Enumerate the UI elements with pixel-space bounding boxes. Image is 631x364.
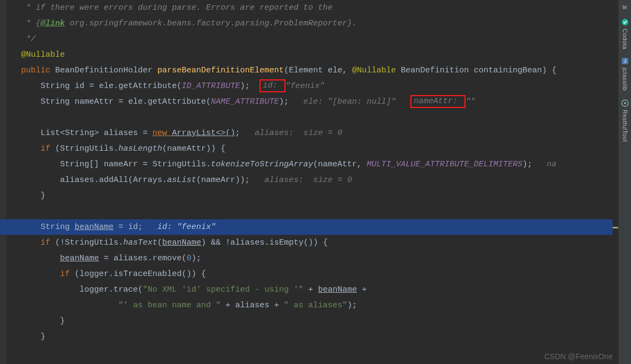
code-line: } <box>6 188 618 204</box>
sidebar-item-te[interactable]: te <box>619 0 631 14</box>
jclasslib-icon: J <box>621 57 629 65</box>
svg-text:J: J <box>623 58 626 64</box>
execution-line: String beanName = id; id: "feenix" <box>6 219 618 235</box>
scroll-stripe[interactable] <box>613 0 618 364</box>
editor-window: * if there were errors during parse. Err… <box>0 0 631 364</box>
sidebar-item-label: Codota <box>622 29 628 49</box>
code-line <box>6 204 618 219</box>
code-line: } <box>6 329 618 345</box>
sidebar-item-codota[interactable]: Codota <box>619 14 631 52</box>
sidebar-item-label: RestfulTool <box>622 110 628 142</box>
restfultool-icon <box>621 99 629 107</box>
code-line: */ <box>6 31 618 47</box>
code-line <box>6 345 618 360</box>
code-line: } <box>6 313 618 329</box>
scroll-marker[interactable] <box>613 227 618 228</box>
sidebar-partial-icon: te <box>622 4 627 10</box>
code-line: logger.trace("No XML 'id' specified - us… <box>6 282 618 298</box>
sidebar-item-jclasslib[interactable]: J jclasslib <box>619 52 631 94</box>
svg-point-4 <box>624 102 626 104</box>
debug-inline-box: id: <box>260 79 285 92</box>
sidebar-item-restfultool[interactable]: RestfulTool <box>619 95 631 145</box>
code-line: if (logger.isTraceEnabled()) { <box>6 266 618 282</box>
code-line: if (!StringUtils.hasText(beanName) && !a… <box>6 235 618 251</box>
watermark: CSDN @FeenixOne <box>544 352 613 361</box>
code-line: beanName = aliases.remove(0); <box>6 251 618 266</box>
code-line: public BeanDefinitionHolder parseBeanDef… <box>6 63 618 78</box>
tool-sidebar: te Codota J jclasslib RestfulTool <box>618 0 631 364</box>
code-area[interactable]: * if there were errors during parse. Err… <box>6 0 618 364</box>
codota-icon <box>621 18 629 26</box>
code-line <box>6 110 618 125</box>
code-line: * if there were errors during parse. Err… <box>6 0 618 16</box>
breakpoint-marker[interactable] <box>0 219 6 235</box>
code-line: String id = ele.getAttribute(ID_ATTRIBUT… <box>6 78 618 94</box>
code-line: @Nullable <box>6 47 618 63</box>
code-line: if (containingBean == null = true ) { <box>6 360 618 364</box>
sidebar-item-label: jclasslib <box>622 68 628 91</box>
code-line: aliases.addAll(Arrays.asList(nameArr)); … <box>6 172 618 188</box>
debug-inline-box: nameAttr: <box>410 95 466 108</box>
code-line: if (StringUtils.hasLength(nameAttr)) { <box>6 141 618 157</box>
code-line: "' as bean name and " + aliases + " as a… <box>6 298 618 313</box>
code-line: String nameAttr = ele.getAttribute(NAME_… <box>6 94 618 110</box>
code-line: List<String> aliases = new ArrayList<>()… <box>6 125 618 141</box>
code-line: String[] nameArr = StringUtils.tokenizeT… <box>6 157 618 172</box>
code-line: * {@link org.springframework.beans.facto… <box>6 16 618 31</box>
gutter[interactable] <box>0 0 6 364</box>
